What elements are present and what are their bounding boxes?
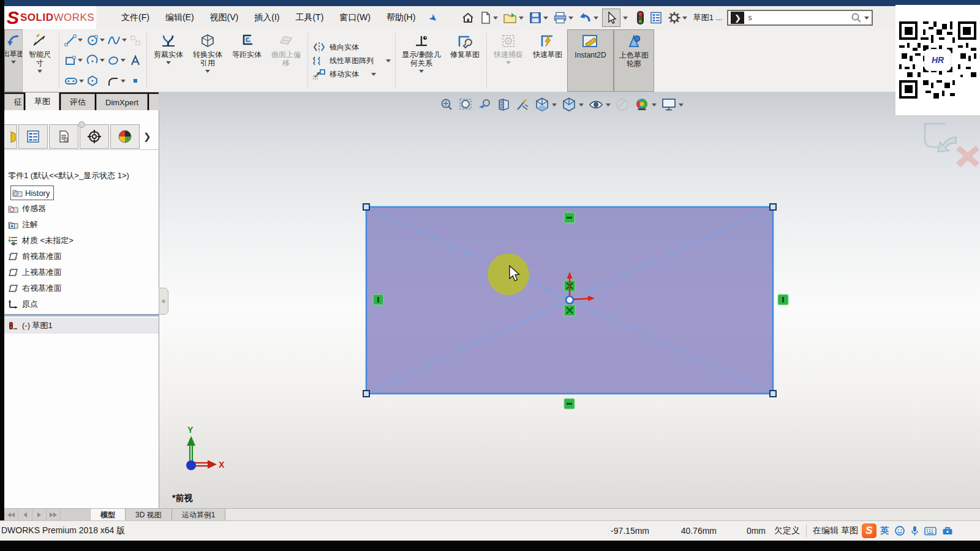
instant2d-button[interactable]: Instant2D (567, 29, 614, 92)
arc-tool[interactable] (86, 51, 105, 70)
tab-scroll-last[interactable] (47, 509, 61, 521)
repair-sketch-button[interactable]: 修复草图 (445, 29, 484, 92)
search-icon[interactable] (851, 12, 862, 23)
search-caret[interactable] (864, 17, 869, 20)
smart-dimension-button[interactable]: 智能尺寸 (23, 29, 57, 92)
ime-language-toggle[interactable]: 英 (880, 525, 889, 536)
display-delete-relations-button[interactable]: 显示/删除几何关系 (398, 29, 445, 92)
move-entities-button[interactable]: 移动实体 (312, 69, 391, 80)
home-button[interactable] (460, 10, 476, 26)
offset-entities-button[interactable]: 等距实体 (227, 29, 266, 92)
tab-dimxpert[interactable]: DimXpert (96, 94, 148, 110)
select-tool-button[interactable] (602, 9, 620, 27)
rapid-sketch-button[interactable]: 快速草图 (528, 29, 567, 92)
pattern-tool[interactable] (129, 31, 142, 50)
ellipse-caret[interactable] (121, 59, 126, 62)
tab-motion-study[interactable]: 运动算例1 (172, 509, 226, 521)
display-delete-relations-caret[interactable] (419, 70, 424, 73)
search-input[interactable]: s (748, 13, 851, 22)
line-caret[interactable] (78, 39, 83, 42)
trim-entities-button[interactable]: 剪裁实体 (149, 29, 188, 92)
rectangle-caret[interactable] (78, 59, 83, 62)
options-button[interactable] (666, 10, 688, 26)
new-document-button[interactable] (478, 10, 499, 26)
mirror-entities-button[interactable]: 镜向实体 (312, 42, 391, 53)
confirmation-corner[interactable] (925, 124, 979, 167)
tab-scroll-next[interactable] (32, 509, 47, 521)
fillet-caret[interactable] (121, 80, 126, 83)
part-title[interactable]: 零件1 (默认<<默认>_显示状态 1>) (4, 168, 159, 185)
tab-sketch[interactable]: 草图 (25, 92, 59, 110)
graphics-area[interactable]: Y X *前视 (159, 92, 980, 508)
tree-item-front-plane[interactable]: 前视基准面 (4, 249, 159, 264)
linear-pattern-caret[interactable] (386, 59, 391, 62)
rollback-bar[interactable] (4, 314, 159, 317)
print-button[interactable] (552, 10, 575, 26)
ime-emoji-icon[interactable] (894, 525, 905, 536)
select-tool-caret[interactable] (623, 17, 628, 20)
line-tool[interactable] (64, 31, 85, 50)
panel-expand-chevron[interactable]: ❯ (143, 131, 151, 142)
shaded-contours-button[interactable]: 上色草图轮廓 (614, 29, 654, 92)
panel-collapse-handle[interactable] (159, 288, 168, 315)
tab-evaluate[interactable]: 评估 (61, 94, 95, 110)
tree-item-right-plane[interactable]: 右视基准面 (4, 280, 159, 296)
linear-pattern-button[interactable]: 线性草图阵列 (312, 55, 391, 66)
document-switcher[interactable]: 草图1 ... (693, 12, 723, 23)
pin-menu-icon[interactable]: ➤ (427, 10, 440, 24)
sogou-ime-icon[interactable]: S (862, 523, 876, 538)
tab-model[interactable]: 模型 (91, 509, 126, 521)
save-button[interactable] (527, 10, 549, 26)
menu-edit[interactable]: 编辑(E) (157, 12, 202, 23)
tree-item-annotations[interactable]: 注解 (4, 217, 159, 233)
print-caret[interactable] (568, 17, 573, 20)
surface-offset-button[interactable]: 曲面上偏移 (266, 29, 306, 92)
circle-tool[interactable] (86, 31, 105, 50)
slot-caret[interactable] (79, 80, 84, 83)
new-document-caret[interactable] (493, 17, 498, 20)
tab-3d-views[interactable]: 3D 视图 (126, 509, 172, 521)
arc-caret[interactable] (100, 59, 105, 62)
spline-tool[interactable] (107, 31, 127, 50)
fillet-tool[interactable] (107, 72, 127, 91)
menu-view[interactable]: 视图(V) (202, 12, 247, 23)
save-caret[interactable] (543, 17, 548, 20)
circle-caret[interactable] (100, 39, 105, 42)
panel-tab-configurationmanager[interactable] (80, 124, 109, 149)
options-caret[interactable] (682, 17, 687, 20)
menu-window[interactable]: 窗口(W) (331, 12, 379, 23)
tree-item-sensors[interactable]: 传感器 (4, 201, 159, 217)
panel-tab-dimxpertmanager[interactable] (110, 124, 140, 149)
ime-mic-icon[interactable] (911, 525, 919, 536)
slot-tool[interactable] (64, 72, 85, 91)
text-tool[interactable] (129, 51, 142, 70)
rectangle-tool[interactable] (64, 51, 85, 70)
spline-caret[interactable] (122, 39, 127, 42)
menu-help[interactable]: 帮助(H) (379, 12, 423, 23)
tab-scroll-first[interactable] (4, 509, 18, 521)
tree-item-origin[interactable]: 原点 (4, 296, 159, 312)
exit-sketch-caret[interactable] (11, 61, 16, 64)
quick-snaps-caret[interactable] (506, 61, 511, 64)
polygon-tool[interactable] (86, 72, 105, 91)
undo-caret[interactable] (594, 17, 598, 20)
tab-features[interactable]: 征 (4, 94, 24, 110)
menu-file[interactable]: 文件(F) (113, 12, 157, 23)
tab-scroll-prev[interactable] (18, 509, 32, 521)
tree-item-sketch1[interactable]: (-) 草图1 (4, 318, 159, 334)
search-box[interactable]: ❯ s (727, 10, 873, 26)
panel-tab-propertymanager[interactable] (49, 124, 78, 149)
trim-entities-caret[interactable] (166, 61, 171, 64)
point-tool[interactable] (129, 72, 142, 91)
ime-keyboard-icon[interactable] (924, 527, 937, 536)
convert-entities-caret[interactable] (205, 70, 210, 73)
menu-insert[interactable]: 插入(I) (246, 12, 287, 23)
menu-tools[interactable]: 工具(T) (287, 12, 331, 23)
ime-toolbox-icon[interactable] (942, 526, 953, 536)
open-caret[interactable] (519, 17, 524, 20)
tree-item-material[interactable]: 材质 <未指定> (4, 233, 159, 249)
tree-item-history[interactable]: History (4, 185, 159, 201)
properties-button[interactable] (648, 10, 664, 26)
smart-dimension-caret[interactable] (37, 70, 42, 73)
ellipse-tool[interactable] (107, 51, 127, 70)
